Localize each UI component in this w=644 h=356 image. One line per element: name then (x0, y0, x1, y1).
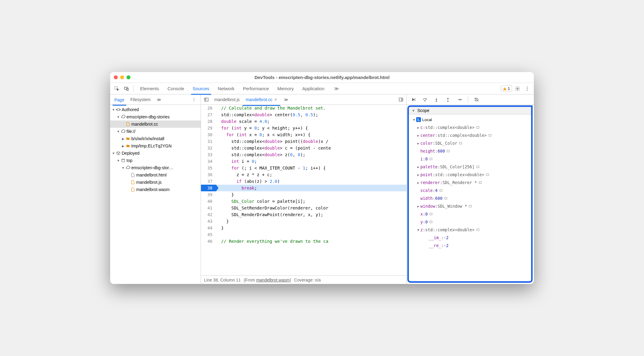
code-line[interactable]: 27 std::complex<double> center(0.5, 0.5)… (201, 111, 406, 118)
scope-variable[interactable]: height: 600 (411, 147, 529, 155)
code-line[interactable]: 46 // Render everything we've drawn to t… (201, 238, 406, 245)
scope-variable[interactable]: __im_: -2 (411, 234, 529, 242)
tree-file-js[interactable]: mandelbrot.js (110, 179, 201, 186)
memory-icon[interactable] (429, 220, 433, 224)
tree-file-html[interactable]: mandelbrot.html (110, 171, 201, 179)
tab-sources[interactable]: Sources (189, 84, 214, 93)
memory-icon[interactable] (478, 180, 482, 185)
deactivate-breakpoints-icon[interactable] (472, 95, 481, 104)
nav-tab-overflow-icon[interactable]: ≫ (155, 96, 163, 103)
scope-variable[interactable]: ▶point: std::complex<double> (411, 171, 529, 179)
tree-authored[interactable]: ▼<>Authored (110, 106, 201, 113)
file-icon (125, 122, 131, 126)
memory-icon[interactable] (476, 125, 480, 130)
code-line[interactable]: 32 std::complex<double> c = (point - cen… (201, 145, 406, 151)
tree-file-cc[interactable]: mandelbrot.cc (110, 120, 201, 128)
code-line[interactable]: 34 int i = 0; (201, 158, 406, 165)
code-line[interactable]: 38 break; (201, 185, 406, 191)
inspect-icon[interactable] (113, 84, 121, 93)
toggle-navigator-icon[interactable] (202, 95, 211, 104)
memory-icon[interactable] (429, 212, 433, 216)
scope-variable[interactable]: ▼z: std::complex<double> (411, 226, 529, 234)
scope-variable[interactable]: i: 0 (411, 155, 529, 163)
scope-variable[interactable]: ▶color: SDL_Color (411, 139, 529, 147)
code-line[interactable]: 39 } (201, 191, 406, 198)
memory-icon[interactable] (458, 141, 463, 145)
device-toggle-icon[interactable] (122, 84, 131, 93)
memory-icon[interactable] (429, 157, 433, 161)
step-into-icon[interactable] (432, 95, 441, 104)
close-tab-icon[interactable]: ✕ (274, 97, 277, 102)
nav-tab-filesystem[interactable]: Filesystem (129, 96, 153, 103)
scope-variable[interactable]: __re_: -2 (411, 242, 529, 249)
scope-local[interactable]: ▼LLocal (411, 116, 529, 124)
svg-point-5 (527, 88, 528, 89)
code-line[interactable]: 30 for (int x = 0; x < width; x++) { (201, 131, 406, 138)
nav-more-icon[interactable] (190, 95, 198, 104)
code-line[interactable]: 33 std::complex<double> z(0, 0); (201, 151, 406, 158)
editor-tab[interactable]: mandelbrot.cc✕ (243, 96, 280, 106)
code-line[interactable]: 42 SDL_RenderDrawPoint(renderer, x, y); (201, 211, 406, 218)
scope-variable[interactable]: ▶center: std::complex<double> (411, 131, 529, 139)
settings-icon[interactable] (513, 84, 522, 93)
scope-header[interactable]: ▼Scope (409, 107, 531, 114)
code-line[interactable]: 43 } (201, 218, 406, 225)
source-map-link[interactable]: mandelbrot.wasm (256, 278, 290, 282)
tab-performance[interactable]: Performance (239, 84, 273, 93)
tab-elements[interactable]: Elements (136, 84, 163, 93)
tab-memory[interactable]: Memory (273, 84, 298, 93)
toggle-debugger-icon[interactable] (397, 95, 405, 104)
code-line[interactable]: 45 (201, 231, 406, 238)
scope-variable[interactable]: scale: 4 (411, 186, 529, 194)
code-line[interactable]: 37 if (abs(z) > 2.0) (201, 178, 406, 185)
editor-tab-overflow-icon[interactable]: ≫ (281, 96, 291, 103)
scope-variable[interactable]: x: 0 (411, 210, 529, 218)
code-line[interactable]: 29 for (int y = 0; y < height; y++) { (201, 125, 406, 131)
warning-badge[interactable]: 1 (501, 85, 512, 92)
code-line[interactable]: 26 // Calculate and draw the Mandelbrot … (201, 105, 406, 111)
more-icon[interactable] (523, 84, 531, 93)
tree-top[interactable]: ▼top (110, 157, 201, 164)
tree-folder[interactable]: ▶b/s/w/ir/x/w/install (110, 135, 201, 142)
nav-tab-page[interactable]: Page (113, 96, 126, 106)
code-line[interactable]: 28 double scale = 4.0; (201, 118, 406, 125)
memory-icon[interactable] (485, 173, 490, 177)
resume-icon[interactable] (409, 95, 418, 104)
tree-file-wasm[interactable]: mandelbrot.wasm (110, 186, 201, 193)
memory-icon[interactable] (444, 196, 448, 200)
code-line[interactable]: 31 std::complex<double> point((double)x … (201, 138, 406, 145)
code-editor[interactable]: 26 // Calculate and draw the Mandelbrot … (201, 105, 406, 275)
step-icon[interactable] (455, 95, 464, 104)
svg-point-8 (194, 99, 194, 100)
scope-variable[interactable]: width: 600 (411, 194, 529, 202)
tree-folder[interactable]: ▶tmp/tmp.ELcTq2YGN (110, 142, 201, 150)
tree-domain[interactable]: ▼emscripten-dbg-stories (110, 113, 201, 120)
step-over-icon[interactable] (421, 95, 429, 104)
tab-application[interactable]: Application (298, 84, 329, 93)
code-line[interactable]: 35 for (; i < MAX_ITER_COUNT - 1; i++) { (201, 165, 406, 171)
memory-icon[interactable] (476, 228, 480, 232)
code-line[interactable]: 44 } (201, 225, 406, 231)
tree-domain[interactable]: ▼emscripten-dbg-stor… (110, 164, 201, 171)
scope-variable[interactable]: ▶c: std::complex<double> (411, 124, 529, 131)
tab-console[interactable]: Console (163, 84, 189, 93)
scope-variable[interactable]: y: 0 (411, 218, 529, 226)
tab-network[interactable]: Network (214, 84, 239, 93)
code-line[interactable]: 41 SDL_SetRenderDrawColor(renderer, colo… (201, 205, 406, 211)
scope-variable[interactable]: ▶palette: SDL_Color[256] (411, 163, 529, 171)
scope-variable[interactable]: ▶window: SDL_Window * (411, 202, 529, 210)
tree-file-scheme[interactable]: ▼file:// (110, 128, 201, 135)
memory-icon[interactable] (476, 165, 480, 169)
tree-deployed[interactable]: ▼Deployed (110, 150, 201, 157)
memory-icon[interactable] (446, 149, 450, 153)
step-out-icon[interactable] (444, 95, 452, 104)
scope-variable[interactable]: ▶renderer: SDL_Renderer * (411, 179, 529, 186)
editor-tab[interactable]: mandelbrot.js (211, 96, 243, 103)
navigator-sidebar: Page Filesystem ≫ ▼<>Authored ▼emscripte… (110, 94, 201, 284)
tab-overflow-icon[interactable]: ≫ (330, 84, 343, 93)
memory-icon[interactable] (488, 133, 492, 137)
memory-icon[interactable] (468, 204, 472, 208)
memory-icon[interactable] (439, 188, 443, 193)
code-line[interactable]: 40 SDL_Color color = palette[i]; (201, 198, 406, 205)
code-line[interactable]: 36 z = z * z + c; (201, 171, 406, 178)
